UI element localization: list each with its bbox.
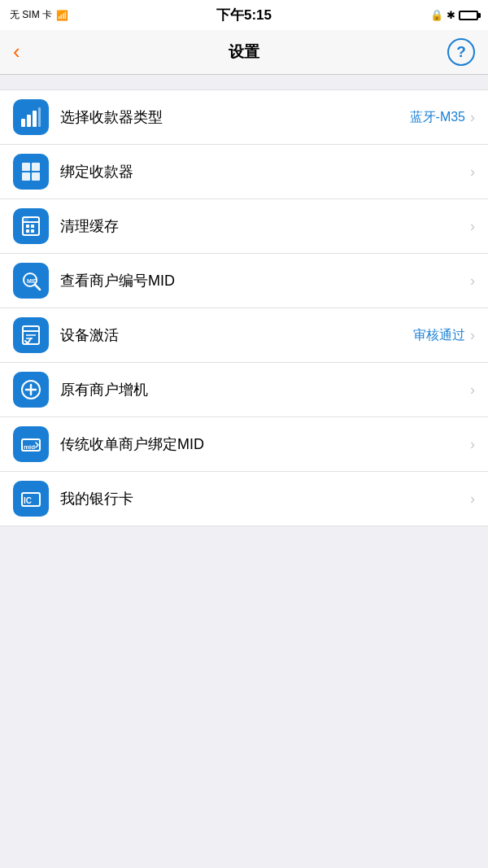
clear-cache-icon <box>13 208 49 244</box>
clear-cache-chevron: › <box>470 218 475 235</box>
list-item-add-merchant[interactable]: 原有商户增机 › <box>0 362 488 417</box>
svg-rect-7 <box>32 172 40 181</box>
svg-rect-10 <box>26 225 29 228</box>
view-mid-label: 查看商户编号MID <box>60 271 470 290</box>
list-item-receiver-type[interactable]: 选择收款器类型 蓝牙-M35 › <box>0 89 488 145</box>
device-activate-label: 设备激活 <box>60 325 413 345</box>
svg-rect-11 <box>31 225 34 228</box>
back-button[interactable]: ‹ <box>13 41 20 62</box>
bind-receiver-icon <box>13 154 49 190</box>
device-activate-icon <box>13 317 49 353</box>
device-activate-chevron: › <box>470 327 475 344</box>
bank-card-icon: IC <box>13 481 49 517</box>
svg-text:mid: mid <box>24 443 35 451</box>
add-merchant-chevron: › <box>470 382 475 399</box>
nav-bar: ‹ 设置 ? <box>0 30 488 75</box>
status-left: 无 SIM 卡 📶 <box>10 8 68 22</box>
view-mid-icon: MID <box>13 263 49 299</box>
svg-rect-12 <box>26 229 29 233</box>
battery-icon <box>459 11 478 20</box>
list-item-device-activate[interactable]: 设备激活 审核通过 › <box>0 308 488 363</box>
list-item-bind-receiver[interactable]: 绑定收款器 › <box>0 144 488 199</box>
receiver-type-label: 选择收款器类型 <box>60 107 410 127</box>
bind-mid-chevron: › <box>470 436 475 453</box>
bind-mid-label: 传统收单商户绑定MID <box>60 434 470 454</box>
list-item-bank-card[interactable]: IC 我的银行卡 › <box>0 471 488 526</box>
svg-rect-5 <box>32 163 40 171</box>
svg-rect-4 <box>22 163 30 171</box>
bluetooth-icon: ✱ <box>447 9 455 21</box>
clear-cache-label: 清理缓存 <box>60 216 470 236</box>
device-activate-value: 审核通过 <box>413 327 465 344</box>
bind-receiver-chevron: › <box>470 164 475 181</box>
help-button[interactable]: ? <box>447 38 475 66</box>
svg-rect-1 <box>27 115 31 127</box>
svg-rect-6 <box>22 172 30 181</box>
settings-list: 选择收款器类型 蓝牙-M35 › 绑定收款器 › <box>0 89 488 526</box>
svg-rect-14 <box>23 217 28 222</box>
svg-rect-0 <box>21 119 25 127</box>
receiver-type-chevron: › <box>470 109 475 126</box>
status-time: 下午5:15 <box>216 6 272 24</box>
list-item-view-mid[interactable]: MID 查看商户编号MID › <box>0 253 488 308</box>
svg-rect-2 <box>33 111 37 127</box>
status-right: 🔒 ✱ <box>430 9 478 21</box>
svg-line-16 <box>35 285 40 290</box>
status-bar: 无 SIM 卡 📶 下午5:15 🔒 ✱ <box>0 0 488 30</box>
svg-text:IC: IC <box>24 496 32 505</box>
wifi-icon: 📶 <box>56 10 68 21</box>
bind-mid-icon: mid <box>13 426 49 462</box>
list-item-clear-cache[interactable]: 清理缓存 › <box>0 198 488 254</box>
svg-rect-3 <box>38 107 41 127</box>
add-merchant-icon <box>13 372 49 408</box>
add-merchant-label: 原有商户增机 <box>60 380 470 399</box>
receiver-type-value: 蓝牙-M35 <box>410 109 465 126</box>
lock-icon: 🔒 <box>430 9 443 21</box>
svg-text:MID: MID <box>27 278 37 284</box>
receiver-type-icon <box>13 99 49 135</box>
bind-receiver-label: 绑定收款器 <box>60 162 470 181</box>
svg-rect-13 <box>31 229 34 233</box>
bank-card-chevron: › <box>470 491 475 508</box>
list-item-bind-mid[interactable]: mid 传统收单商户绑定MID › <box>0 417 488 472</box>
page-title: 设置 <box>229 41 259 63</box>
signal-text: 无 SIM 卡 <box>10 8 52 22</box>
bank-card-label: 我的银行卡 <box>60 489 470 508</box>
view-mid-chevron: › <box>470 273 475 290</box>
